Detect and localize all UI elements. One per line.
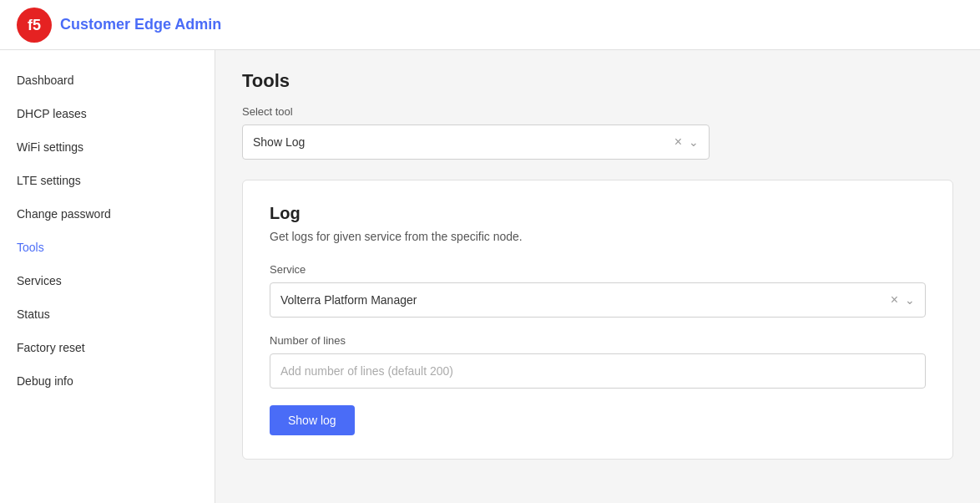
logo-wrapper: f5 Customer Edge Admin: [17, 8, 221, 43]
sidebar-item-status[interactable]: Status: [0, 297, 215, 331]
show-log-button[interactable]: Show log: [270, 405, 355, 435]
service-select-chevron-icon[interactable]: ⌄: [905, 293, 915, 307]
page-title: Tools: [242, 70, 953, 92]
f5-logo-icon: f5: [17, 8, 52, 43]
sidebar-item-dashboard[interactable]: Dashboard: [0, 64, 215, 97]
tool-select-value: Show Log: [253, 135, 674, 149]
sidebar: Dashboard DHCP leases WiFi settings LTE …: [0, 50, 215, 503]
sidebar-item-change-password[interactable]: Change password: [0, 197, 215, 231]
header: f5 Customer Edge Admin: [0, 0, 980, 50]
select-tool-label: Select tool: [242, 105, 953, 118]
service-select-icons: × ⌄: [891, 293, 915, 307]
sidebar-item-lte-settings[interactable]: LTE settings: [0, 164, 215, 197]
service-select-clear-icon[interactable]: ×: [891, 293, 898, 307]
content-area: Tools Select tool Show Log × ⌄ Log Get l…: [215, 50, 980, 503]
tool-select-clear-icon[interactable]: ×: [674, 135, 682, 149]
svg-text:f5: f5: [28, 17, 41, 33]
header-title: Customer Edge Admin: [60, 16, 221, 33]
tool-select-icons: × ⌄: [674, 135, 699, 149]
service-select[interactable]: Volterra Platform Manager × ⌄: [270, 282, 926, 318]
number-of-lines-input[interactable]: [270, 353, 926, 389]
tool-select[interactable]: Show Log × ⌄: [242, 124, 710, 160]
number-of-lines-label: Number of lines: [270, 334, 926, 347]
sidebar-item-factory-reset[interactable]: Factory reset: [0, 331, 215, 364]
sidebar-item-services[interactable]: Services: [0, 264, 215, 297]
log-card: Log Get logs for given service from the …: [242, 180, 953, 460]
sidebar-item-debug-info[interactable]: Debug info: [0, 364, 215, 398]
main-layout: Dashboard DHCP leases WiFi settings LTE …: [0, 50, 980, 503]
log-card-title: Log: [270, 204, 926, 223]
log-card-description: Get logs for given service from the spec…: [270, 230, 926, 243]
sidebar-item-tools[interactable]: Tools: [0, 231, 215, 264]
service-select-value: Volterra Platform Manager: [280, 293, 891, 307]
tool-select-chevron-icon[interactable]: ⌄: [689, 135, 699, 149]
service-label: Service: [270, 263, 926, 276]
sidebar-item-wifi-settings[interactable]: WiFi settings: [0, 130, 215, 164]
sidebar-item-dhcp-leases[interactable]: DHCP leases: [0, 97, 215, 130]
